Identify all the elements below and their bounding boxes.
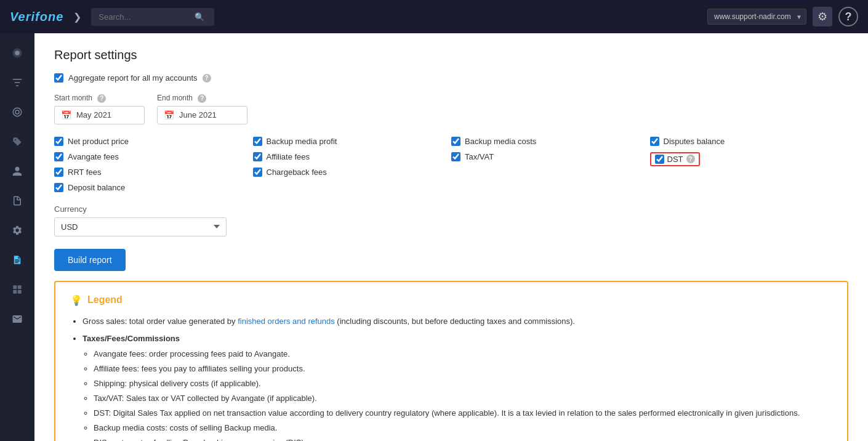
disputes-balance-label: Disputes balance (664, 137, 725, 146)
checkboxes-grid: Net product price Avangate fees RRT fees… (54, 137, 848, 192)
sidebar-item-dashboard[interactable] (4, 39, 31, 67)
legend-tax-vat: Tax/VAT: Sales tax or VAT collected by A… (94, 392, 832, 405)
main-layout: Report settings Aggregate report for all… (0, 33, 868, 441)
finished-orders-link[interactable]: finished orders and refunds (238, 317, 335, 326)
sidebar-item-data[interactable] (4, 276, 31, 303)
deposit-balance-label: Deposit balance (68, 183, 125, 192)
nav-arrow[interactable]: ❯ (73, 11, 81, 23)
sidebar-item-tag[interactable] (4, 128, 31, 155)
check-backup-media-costs: Backup media costs (451, 137, 650, 146)
svg-point-4 (15, 139, 16, 140)
check-disputes-balance: Disputes balance (650, 137, 849, 146)
legend-dis-cost: DIS cost: costs of selling Download insu… (94, 436, 832, 441)
check-chargeback-fees: Chargeback fees (253, 168, 452, 177)
legend-item-gross-sales: Gross sales: total order value generated… (82, 315, 832, 328)
end-month-input-wrap: 📅 (157, 106, 247, 124)
help-button[interactable]: ? (838, 7, 858, 26)
currency-section: Currency USD EUR GBP (54, 204, 848, 237)
currency-select[interactable]: USD EUR GBP (54, 217, 227, 237)
backup-media-costs-label: Backup media costs (465, 137, 536, 146)
rrt-fees-checkbox[interactable] (54, 168, 63, 177)
affiliate-fees-label: Affiliate fees (267, 152, 310, 161)
legend-list: Gross sales: total order value generated… (82, 315, 832, 442)
sidebar-item-tools[interactable] (4, 217, 31, 244)
gear-button[interactable]: ⚙ (813, 7, 832, 26)
chargeback-fees-label: Chargeback fees (267, 168, 327, 177)
net-product-label: Net product price (68, 137, 129, 146)
col1: Net product price Avangate fees RRT fees… (54, 137, 253, 192)
avangate-fees-label: Avangate fees (68, 152, 119, 161)
legend-bulb-icon: 💡 (70, 294, 82, 306)
sidebar-item-reports[interactable] (4, 246, 31, 273)
svg-rect-8 (18, 290, 22, 294)
col4: Disputes balance DST ? (650, 137, 849, 192)
main-content: Report settings Aggregate report for all… (34, 33, 868, 441)
sidebar-item-filters[interactable] (4, 69, 31, 96)
calendar-icon-end: 📅 (164, 110, 174, 120)
sidebar-item-documents[interactable] (4, 187, 31, 214)
backup-media-profit-label: Backup media profit (267, 137, 337, 146)
start-month-group: Start month ? 📅 (54, 94, 145, 124)
net-product-checkbox[interactable] (54, 137, 63, 146)
build-report-button[interactable]: Build report (54, 249, 126, 271)
col3: Backup media costs Tax/VAT (451, 137, 650, 192)
legend-dst: DST: Digital Sales Tax applied on net tr… (94, 407, 832, 420)
check-avangate-fees: Avangate fees (54, 152, 253, 161)
col2: Backup media profit Affiliate fees Charg… (253, 137, 452, 192)
legend-shipping: Shipping: physical delivery costs (if ap… (94, 377, 832, 390)
logo: Verifone (10, 10, 63, 24)
start-month-input-wrap: 📅 (54, 106, 145, 124)
end-month-group: End month ? 📅 (157, 94, 247, 124)
backup-media-costs-checkbox[interactable] (451, 137, 460, 146)
affiliate-fees-checkbox[interactable] (253, 152, 262, 161)
svg-point-2 (13, 108, 22, 116)
end-month-input[interactable] (179, 110, 241, 119)
search-input[interactable] (98, 12, 191, 22)
report-settings-panel: Report settings Aggregate report for all… (34, 33, 868, 441)
backup-media-profit-checkbox[interactable] (253, 137, 262, 146)
date-row: Start month ? 📅 End month ? 📅 (54, 94, 848, 124)
legend-affiliate-fees: Affiliate fees: fees you pay to affiliat… (94, 362, 832, 376)
site-selector[interactable]: www.support-nadir.com (707, 9, 806, 25)
sidebar-item-users[interactable] (4, 158, 31, 185)
aggregate-checkbox[interactable] (54, 73, 63, 83)
deposit-balance-checkbox[interactable] (54, 183, 63, 192)
start-month-help-icon[interactable]: ? (97, 94, 106, 103)
end-month-label: End month ? (157, 94, 247, 103)
taxes-subtitle: Taxes/Fees/Commissions (82, 334, 180, 343)
search-container: 🔍 (91, 8, 214, 26)
avangate-fees-checkbox[interactable] (54, 152, 63, 161)
aggregate-help-icon[interactable]: ? (203, 74, 211, 83)
page-title: Report settings (54, 48, 848, 62)
legend-section: 💡 Legend Gross sales: total order value … (54, 281, 848, 442)
chargeback-fees-checkbox[interactable] (253, 168, 262, 177)
svg-point-3 (15, 110, 19, 114)
tax-vat-label: Tax/VAT (465, 152, 494, 161)
topbar: Verifone ❯ 🔍 www.support-nadir.com ▼ ⚙ ? (0, 0, 868, 33)
check-rrt-fees: RRT fees (54, 168, 253, 177)
currency-label: Currency (54, 204, 848, 214)
dst-checkbox[interactable] (655, 155, 664, 164)
svg-rect-5 (13, 285, 17, 289)
sidebar-item-analytics[interactable] (4, 99, 31, 126)
taxes-sublist: Avangate fees: order processing fees pai… (94, 347, 832, 441)
check-affiliate-fees: Affiliate fees (253, 152, 452, 161)
dst-label: DST (667, 155, 683, 164)
aggregate-row: Aggregate report for all my accounts ? (54, 73, 848, 83)
sidebar-item-email[interactable] (4, 305, 31, 333)
check-dst: DST ? (650, 152, 849, 166)
rrt-fees-label: RRT fees (68, 168, 101, 177)
tax-vat-checkbox[interactable] (451, 152, 460, 161)
calendar-icon-start: 📅 (61, 110, 71, 120)
search-icon: 🔍 (195, 12, 204, 22)
start-month-label: Start month ? (54, 94, 145, 103)
dst-highlight-box: DST ? (650, 152, 700, 166)
check-tax-vat: Tax/VAT (451, 152, 650, 161)
svg-rect-7 (13, 290, 17, 294)
end-month-help-icon[interactable]: ? (198, 94, 206, 103)
legend-avangate-fees: Avangate fees: order processing fees pai… (94, 347, 832, 361)
disputes-balance-checkbox[interactable] (650, 137, 659, 146)
dst-help-icon[interactable]: ? (686, 155, 695, 163)
start-month-input[interactable] (76, 110, 138, 119)
legend-item-taxes: Taxes/Fees/Commissions Avangate fees: or… (82, 332, 832, 441)
